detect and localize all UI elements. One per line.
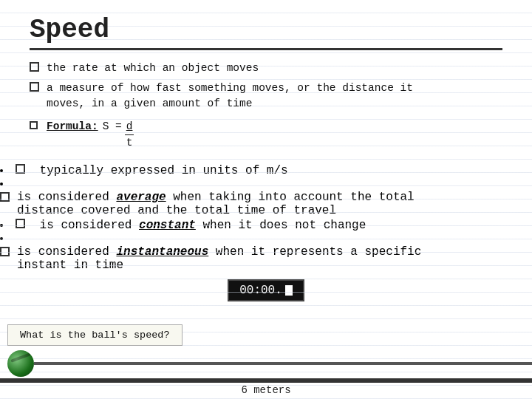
- formula-denominator: t: [125, 135, 134, 151]
- slide-title: Speed: [30, 15, 502, 45]
- title-underline: [30, 48, 502, 50]
- ball-stripe: [10, 352, 31, 362]
- formula-block: Formula: S = d t: [47, 119, 134, 151]
- question-bar-wrapper: What is the ball's speed?: [0, 324, 532, 349]
- main-content: Speed the rate at which an object moves …: [0, 0, 532, 163]
- ball-icon: [7, 350, 34, 377]
- bottom-section: What is the ball's speed? 6 meters: [0, 324, 532, 399]
- formula-eq: S =: [103, 119, 122, 134]
- list-item: the rate at which an object moves: [30, 61, 502, 76]
- bullet-list: the rate at which an object moves a meas…: [30, 61, 502, 151]
- ball-row: [0, 349, 532, 378]
- bullet-icon: [30, 82, 39, 92]
- list-item: a measure of how fast something moves, o…: [30, 81, 502, 115]
- distance-label: 6 meters: [0, 383, 532, 399]
- sub-list-item: Formula: S = d t: [30, 119, 502, 151]
- bullet-text-1: the rate at which an object moves: [47, 61, 502, 76]
- track-line: [34, 362, 532, 365]
- formula-numerator: d: [125, 119, 134, 135]
- question-label: What is the ball's speed?: [7, 324, 183, 346]
- bullet-icon: [30, 62, 39, 72]
- formula-line: Formula: S = d t: [47, 119, 134, 151]
- formula-fraction: d t: [125, 119, 134, 151]
- formula-label: Formula:: [47, 119, 98, 134]
- bullet-icon: [30, 121, 38, 129]
- bullet-text-2a: a measure of how fast something moves, o…: [47, 81, 413, 112]
